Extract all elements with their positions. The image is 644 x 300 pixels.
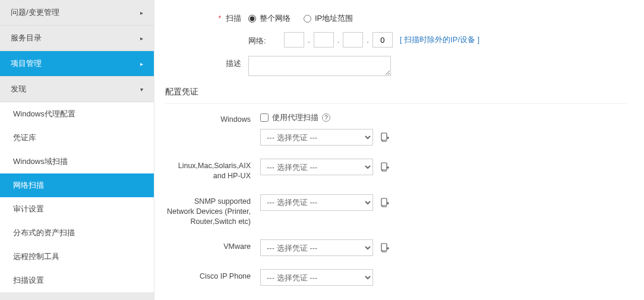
- description-row: 描述: [165, 56, 626, 76]
- credentials-section-title: 配置凭证: [165, 87, 626, 104]
- sidebar-group-label: 发现: [11, 84, 26, 94]
- octet-separator: .: [308, 36, 310, 45]
- cred-windows-row: Windows 使用代理扫描 ? --- 选择凭证 ---: [165, 112, 626, 146]
- radio-range-label: IP地址范围: [315, 13, 353, 24]
- chevron-right-icon: ▸: [140, 61, 143, 67]
- sidebar-item-audit-settings[interactable]: 审计设置: [0, 197, 154, 221]
- sidebar-item-label: 远程控制工具: [13, 252, 59, 261]
- sidebar-group-label: 服务目录: [11, 33, 42, 43]
- add-credential-icon[interactable]: [380, 243, 390, 252]
- radio-range-input[interactable]: [304, 15, 311, 23]
- cred-vmware-row: VMware --- 选择凭证 ---: [165, 239, 626, 256]
- cred-vmware-label: VMware: [165, 239, 260, 252]
- octet-4-input[interactable]: [372, 32, 393, 48]
- radio-whole-input[interactable]: [248, 15, 256, 23]
- cred-unix-row: Linux,Mac,Solaris,AIX and HP-UX --- 选择凭证…: [165, 159, 626, 181]
- octet-3-input[interactable]: [343, 32, 363, 48]
- cred-unix-label: Linux,Mac,Solaris,AIX and HP-UX: [165, 159, 260, 181]
- sidebar-group-label: 问题/变更管理: [11, 7, 59, 18]
- radio-ip-range[interactable]: IP地址范围: [304, 13, 353, 24]
- proxy-scan-checkbox[interactable]: [260, 113, 269, 122]
- octet-2-input[interactable]: [314, 32, 334, 48]
- sidebar-group-project-mgmt[interactable]: 项目管理 ▸: [0, 51, 154, 77]
- required-asterisk: *: [218, 14, 221, 23]
- sidebar-item-label: 分布式的资产扫描: [13, 228, 75, 237]
- sidebar-item-credentials-store[interactable]: 凭证库: [0, 126, 154, 150]
- svg-rect-0: [381, 133, 387, 140]
- svg-rect-3: [381, 163, 387, 170]
- sidebar-group-asset-mgmt[interactable]: 资产管理 ▸: [0, 292, 154, 300]
- sidebar-item-scan-settings[interactable]: 扫描设置: [0, 269, 154, 292]
- radio-whole-label: 整个网络: [260, 13, 291, 24]
- sidebar-group-label: 项目管理: [11, 58, 42, 69]
- radio-whole-network[interactable]: 整个网络: [248, 13, 291, 24]
- network-row: 网络: . . . [ 扫描时除外的IP/设备 ]: [165, 32, 626, 48]
- sidebar-group-problem-change[interactable]: 问题/变更管理 ▸: [0, 0, 154, 26]
- sidebar-group-service-catalog[interactable]: 服务目录 ▸: [0, 26, 154, 51]
- chevron-down-icon: ▾: [140, 86, 143, 93]
- svg-rect-9: [381, 244, 387, 251]
- description-label: 描述: [165, 56, 248, 69]
- sidebar-item-remote-control-tools[interactable]: 远程控制工具: [0, 245, 154, 269]
- sidebar: 问题/变更管理 ▸ 服务目录 ▸ 项目管理 ▸ 发现 ▾ Windows代理配置…: [0, 0, 154, 300]
- sidebar-item-distributed-asset-scan[interactable]: 分布式的资产扫描: [0, 221, 154, 245]
- empty-label: [165, 32, 248, 34]
- svg-rect-6: [381, 198, 387, 206]
- sidebar-group-discovery[interactable]: 发现 ▾: [0, 77, 154, 102]
- octet-separator: .: [337, 36, 340, 45]
- proxy-scan-label: 使用代理扫描: [272, 112, 318, 123]
- add-credential-icon[interactable]: [380, 198, 390, 207]
- sidebar-item-label: 凭证库: [13, 133, 36, 142]
- chevron-right-icon: ▸: [140, 10, 143, 16]
- cred-snmp-select[interactable]: --- 选择凭证 ---: [260, 194, 373, 211]
- cred-snmp-row: SNMP supported Network Devices (Printer,…: [165, 194, 626, 227]
- network-label: 网络:: [248, 33, 278, 46]
- sidebar-item-label: 网络扫描: [13, 181, 44, 190]
- cred-windows-select[interactable]: --- 选择凭证 ---: [260, 129, 373, 146]
- octet-1-input[interactable]: [284, 32, 304, 48]
- chevron-right-icon: ▸: [140, 35, 143, 42]
- exclude-ip-link[interactable]: [ 扫描时除外的IP/设备 ]: [400, 34, 479, 45]
- sidebar-item-windows-domain-scan[interactable]: Windows域扫描: [0, 150, 154, 173]
- cred-cisco-select[interactable]: --- 选择凭证 ---: [260, 269, 373, 286]
- sidebar-item-label: Windows代理配置: [13, 109, 75, 118]
- help-icon[interactable]: ?: [322, 113, 330, 122]
- scan-type-row: * 扫描 整个网络 IP地址范围: [165, 11, 626, 24]
- cred-snmp-label: SNMP supported Network Devices (Printer,…: [165, 194, 260, 227]
- add-credential-icon[interactable]: [380, 162, 390, 172]
- sidebar-item-network-scan[interactable]: 网络扫描: [0, 173, 154, 197]
- add-credential-icon[interactable]: [380, 132, 390, 142]
- description-input[interactable]: [248, 56, 391, 76]
- sidebar-item-label: 扫描设置: [13, 276, 44, 285]
- sidebar-item-label: Windows域扫描: [13, 157, 68, 166]
- sidebar-item-windows-agent-config[interactable]: Windows代理配置: [0, 102, 154, 126]
- cred-vmware-select[interactable]: --- 选择凭证 ---: [260, 239, 373, 256]
- octet-separator: .: [367, 36, 369, 45]
- sidebar-item-label: 审计设置: [13, 204, 44, 213]
- cred-cisco-label: Cisco IP Phone: [165, 269, 260, 282]
- cred-cisco-row: Cisco IP Phone --- 选择凭证 ---: [165, 269, 626, 286]
- cred-unix-select[interactable]: --- 选择凭证 ---: [260, 159, 373, 175]
- cred-windows-label: Windows: [165, 112, 260, 125]
- main-form: * 扫描 整个网络 IP地址范围 网络: .: [154, 0, 644, 300]
- scan-label: * 扫描: [165, 11, 248, 24]
